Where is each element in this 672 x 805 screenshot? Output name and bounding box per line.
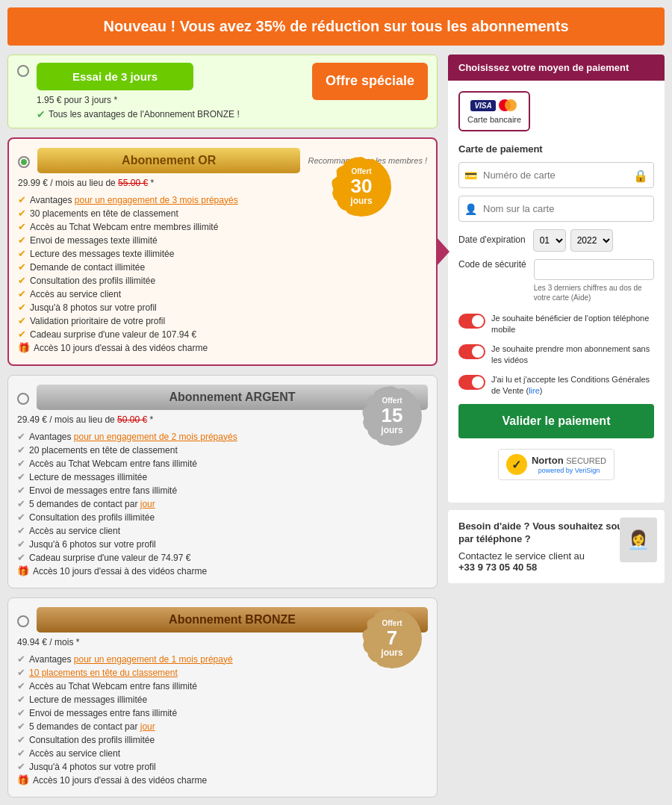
list-item: ✔5 demandes de contact par jour	[17, 721, 428, 732]
cvc-hint: Les 3 derniers chiffres au dos de votre …	[534, 283, 654, 302]
card-icon: 💳	[464, 170, 477, 181]
gift-icon: 🎁	[17, 774, 29, 786]
card-payment-method[interactable]: VISA Carte bancaire	[458, 91, 530, 131]
norton-name: Norton SECURED	[532, 455, 606, 467]
main-layout: Essai de 3 jours 1.95 € pour 3 jours * ✔…	[7, 55, 665, 805]
gold-badge-inner: Offert 30 jours	[332, 157, 391, 217]
list-item: ✔Accès au Tchat Webcam entre fans illimi…	[17, 680, 428, 691]
subscription-gold: Abonnement OR Recommandé par les membres…	[7, 137, 438, 366]
card-payment-label: Carte bancaire	[467, 115, 521, 124]
toggle-row-2: Je souhaite prendre mon abonnement sans …	[458, 344, 654, 367]
trial-check-icon: ✔	[37, 108, 46, 120]
check-icon: ✔	[18, 221, 26, 232]
silver-radio[interactable]	[17, 393, 29, 405]
list-item: ✔Cadeau surprise d'une valeur de 107.94 …	[18, 329, 427, 340]
list-item: ✔Jusqu'à 4 photos sur votre profil	[17, 761, 428, 772]
expiry-label: Date d'expiration	[458, 234, 526, 246]
check-icon: ✔	[18, 261, 26, 273]
check-icon: ✔	[17, 707, 25, 718]
check-icon: ✔	[17, 498, 25, 509]
list-item: ✔Lecture de messages illimitée	[17, 471, 428, 482]
cvc-row: Code de sécurité Les 3 derniers chiffres…	[458, 259, 654, 302]
check-icon: ✔	[17, 734, 25, 745]
lock-icon: 🔒	[633, 168, 648, 182]
check-icon: ✔	[17, 525, 25, 536]
trial-box: Essai de 3 jours 1.95 € pour 3 jours * ✔…	[7, 55, 438, 128]
card-number-row: 💳 🔒	[458, 162, 654, 188]
silver-features: ✔Avantages pour un engagement de 2 mois …	[17, 431, 428, 576]
check-icon: ✔	[17, 444, 25, 456]
cvc-input[interactable]	[534, 259, 654, 280]
list-item: ✔Accès au Tchat Webcam entre fans illimi…	[17, 458, 428, 469]
toggle-no-video[interactable]	[458, 344, 485, 359]
list-item: ✔20 placements en tête de classement	[17, 444, 428, 456]
trial-button[interactable]: Essai de 3 jours	[37, 63, 193, 90]
trial-box-left: Essai de 3 jours 1.95 € pour 3 jours * ✔…	[37, 63, 305, 120]
list-item: ✔Demande de contact illimitée	[18, 261, 427, 273]
check-icon: ✔	[17, 680, 25, 691]
visa-icon: VISA	[470, 100, 495, 111]
list-item: ✔Accès au Tchat Webcam entre membres ill…	[18, 221, 427, 232]
check-icon: ✔	[17, 653, 25, 665]
check-icon: ✔	[18, 315, 26, 326]
list-item: ✔Accès au service client	[17, 525, 428, 536]
trial-radio[interactable]	[17, 65, 29, 77]
bronze-radio[interactable]	[17, 615, 29, 627]
subscription-silver: Abonnement ARGENT 29.49 € / mois au lieu…	[7, 375, 438, 588]
list-item: ✔Lecture de messages illimitée	[17, 694, 428, 705]
bronze-badge-num: 7	[387, 628, 397, 647]
offre-speciale-button[interactable]: Offre spéciale	[312, 63, 428, 100]
list-item: ✔Consultation des profils illimitée	[17, 512, 428, 523]
norton-verisign: powered by VeriSign	[532, 467, 606, 475]
trial-advantage-text: Tous les avantages de l'Abonnement BRONZ…	[49, 109, 240, 119]
check-icon: ✔	[18, 194, 26, 205]
cgv-link[interactable]: lire	[529, 386, 540, 395]
expiry-year-select[interactable]: 2022202320242025 202620272028	[570, 229, 613, 252]
norton-check-icon: ✓	[506, 454, 527, 475]
toggle-cgv-label: J'ai lu et j'accepte les Conditions Géné…	[491, 374, 654, 397]
banner: Nouveau ! Vous avez 35% de réduction sur…	[7, 7, 665, 46]
gold-arrow	[436, 237, 449, 267]
support-phone-number: +33 9 73 05 40 58	[458, 562, 537, 573]
payment-methods: VISA Carte bancaire	[458, 91, 654, 131]
list-item: ✔Accès au service client	[17, 748, 428, 759]
silver-badge-jours-label: jours	[381, 425, 402, 435]
toggle-phone-label: Je souhaite bénéficier de l'option télép…	[491, 313, 654, 336]
subscription-bronze: Abonnement BRONZE 49.94 € / mois * ✔Avan…	[7, 597, 438, 798]
card-name-input[interactable]	[458, 196, 654, 222]
toggle-no-video-label: Je souhaite prendre mon abonnement sans …	[491, 344, 654, 367]
check-icon: ✔	[18, 288, 26, 299]
list-item: ✔Jusqu'à 6 photos sur votre profil	[17, 538, 428, 550]
list-item: ✔Jusqu'à 8 photos sur votre profil	[18, 302, 427, 313]
expiry-month-select[interactable]: 01020304 05060708 09101112	[533, 229, 566, 252]
card-name-row: 👤	[458, 196, 654, 222]
toggle-phone-mobile[interactable]	[458, 314, 485, 329]
cards-row: VISA	[470, 99, 517, 112]
gold-title-button[interactable]: Abonnement OR	[37, 148, 300, 173]
list-item: ✔Lecture des messages texte illimitée	[18, 248, 427, 259]
cvc-label: Code de sécurité	[458, 259, 526, 271]
bronze-badge-inner: Offert 7 jours	[362, 609, 422, 668]
card-section-label: Carte de paiement	[458, 143, 654, 155]
bronze-features: ✔Avantages pour un engagement de 1 mois …	[17, 653, 428, 786]
list-item: 🎁Accès 10 jours d'essai à des vidéos cha…	[17, 565, 428, 576]
silver-badge-inner: Offert 15 jours	[362, 386, 422, 446]
list-item: 🎁Accès 10 jours d'essai à des vidéos cha…	[18, 342, 427, 353]
check-icon: ✔	[17, 512, 25, 523]
left-column: Essai de 3 jours 1.95 € pour 3 jours * ✔…	[7, 55, 438, 805]
check-icon: ✔	[18, 275, 26, 286]
support-block: Besoin d'aide ? Vous souhaitez souscrire…	[448, 510, 665, 583]
gold-badge-num: 30	[351, 176, 373, 196]
payment-section: Choisissez votre moyen de paiement VISA	[448, 55, 665, 503]
validate-button[interactable]: Valider le paiement	[458, 404, 654, 438]
gold-radio[interactable]	[18, 156, 30, 168]
list-item: ✔Cadeau surprise d'une valeur de 74.97 €	[17, 552, 428, 563]
expiry-row: Date d'expiration 01020304 05060708 0910…	[458, 229, 654, 252]
toggle-row-1: Je souhaite bénéficier de l'option télép…	[458, 313, 654, 336]
check-icon: ✔	[17, 431, 25, 442]
gift-icon: 🎁	[17, 565, 29, 576]
check-icon: ✔	[17, 552, 25, 563]
card-number-input[interactable]	[458, 162, 654, 188]
toggle-cgv[interactable]	[458, 375, 485, 390]
payment-body: VISA Carte bancaire Carte de paiement	[448, 81, 665, 503]
